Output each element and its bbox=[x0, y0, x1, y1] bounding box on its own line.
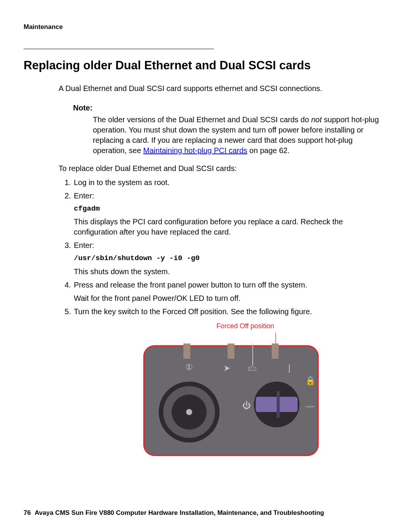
step-2: Enter: cfgadm This displays the PCI card… bbox=[73, 191, 388, 238]
code-shutdown: /usr/sbin/shutdown -y -i0 -g0 bbox=[74, 254, 388, 264]
step-text: Enter: bbox=[74, 192, 94, 200]
link-hotplug-pci[interactable]: Maintaining hot-plug PCI cards bbox=[143, 146, 247, 155]
footer-text: Avaya CMS Sun Fire V880 Computer Hardwar… bbox=[35, 509, 324, 516]
step-subtext: This shuts down the system. bbox=[74, 267, 388, 277]
note-label: Note: bbox=[73, 103, 388, 113]
step-1: Log in to the system as root. bbox=[73, 177, 388, 188]
footer: 76Avaya CMS Sun Fire V880 Computer Hardw… bbox=[24, 509, 388, 518]
wrench-icon: ➤ bbox=[223, 363, 230, 373]
standby-icon: ⏻ bbox=[242, 401, 251, 410]
page-number: 76 bbox=[24, 509, 31, 518]
lock-icon: 🔒 bbox=[305, 375, 316, 386]
svg-rect-1 bbox=[183, 343, 190, 359]
svg-rect-10 bbox=[277, 391, 280, 418]
note-text3: on page 62. bbox=[247, 146, 290, 155]
svg-rect-3 bbox=[272, 343, 279, 359]
step-5: Turn the key switch to the Forced Off po… bbox=[73, 307, 388, 458]
diag-icon: 〰 bbox=[306, 403, 314, 412]
callout-line bbox=[276, 333, 276, 344]
figure-caption: Forced Off position bbox=[217, 321, 274, 331]
step-subtext: This displays the PCI card configuration… bbox=[74, 217, 388, 237]
document-page: Maintenance Replacing older Dual Etherne… bbox=[0, 0, 411, 532]
horizontal-rule bbox=[24, 49, 214, 49]
page-title: Replacing older Dual Ethernet and Dual S… bbox=[24, 58, 388, 73]
step-text: Press and release the front panel power … bbox=[74, 281, 307, 289]
note-emph: not bbox=[311, 115, 322, 124]
step-text: Enter: bbox=[74, 241, 94, 249]
svg-point-7 bbox=[186, 409, 192, 415]
note-body: The older versions of the Dual Ethernet … bbox=[93, 115, 388, 156]
panel-illustration: ① ➤ ⎌▯ | ⏻ 🔒 〰 bbox=[142, 343, 320, 458]
list-lead: To replace older Dual Ethernet and Dual … bbox=[59, 163, 388, 174]
code-cfgadm: cfgadm bbox=[74, 204, 388, 214]
power-on-icon: ① bbox=[185, 363, 193, 372]
step-text: Turn the key switch to the Forced Off po… bbox=[74, 307, 312, 316]
step-3: Enter: /usr/sbin/shutdown -y -i0 -g0 Thi… bbox=[73, 240, 388, 277]
normal-icon: | bbox=[288, 363, 290, 373]
step-text: Log in to the system as root. bbox=[74, 178, 169, 187]
figure: Forced Off position ① ➤ bbox=[74, 321, 388, 458]
step-list: Log in to the system as root. Enter: cfg… bbox=[59, 177, 388, 458]
note-block: Note: The older versions of the Dual Eth… bbox=[73, 103, 388, 156]
note-text1: The older versions of the Dual Ethernet … bbox=[93, 115, 311, 124]
intro-paragraph: A Dual Ethernet and Dual SCSI card suppo… bbox=[59, 83, 388, 94]
step-4: Press and release the front panel power … bbox=[73, 280, 388, 304]
svg-rect-2 bbox=[228, 343, 234, 359]
step-subtext: Wait for the front panel Power/OK LED to… bbox=[74, 293, 388, 304]
running-header: Maintenance bbox=[24, 23, 388, 32]
